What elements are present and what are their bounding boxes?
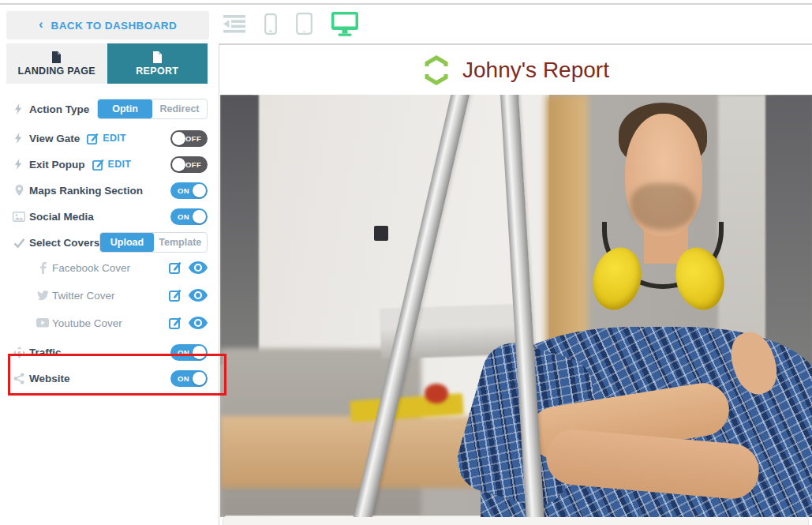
social-media-label: Social Media xyxy=(29,211,94,223)
report-preview-panel: Johny's Report xyxy=(219,43,812,525)
tab-landing-page[interactable]: LANDING PAGE xyxy=(6,43,107,84)
edit-pencil-icon xyxy=(92,159,104,171)
select-covers-label: Select Covers xyxy=(29,237,99,249)
back-to-dashboard-button[interactable]: ‹ BACK TO DASHBOARD xyxy=(6,11,209,39)
tab-landing-page-label: LANDING PAGE xyxy=(17,66,95,77)
toggle-knob xyxy=(193,346,206,359)
website-toggle[interactable]: ON xyxy=(170,370,208,387)
action-type-segment: Optin Redirect xyxy=(97,99,208,119)
toggle-knob xyxy=(172,132,185,145)
eye-visibility-icon[interactable] xyxy=(189,317,208,329)
mobile-preview-icon[interactable] xyxy=(264,13,277,35)
toggle-knob xyxy=(193,210,206,223)
row-maps-ranking: Maps Ranking Section ON xyxy=(0,179,219,201)
chevron-left-icon: ‹ xyxy=(39,17,43,32)
share-icon xyxy=(11,373,27,384)
tab-report-label: REPORT xyxy=(136,66,178,77)
edit-pencil-icon xyxy=(87,133,99,144)
toggle-state-label: OFF xyxy=(185,130,201,147)
website-label: Website xyxy=(29,373,70,384)
row-youtube-cover: Youtube Cover xyxy=(0,312,219,334)
toggle-state-label: OFF xyxy=(185,156,201,173)
row-view-gate: View Gate EDIT OFF xyxy=(0,127,219,149)
tablet-preview-icon[interactable] xyxy=(296,13,312,35)
row-select-covers: Select Covers Upload Template xyxy=(0,231,219,253)
edit-label: EDIT xyxy=(103,133,126,144)
exit-popup-label: Exit Popup xyxy=(29,159,85,171)
desktop-preview-icon[interactable] xyxy=(331,12,358,36)
maps-ranking-label: Maps Ranking Section xyxy=(29,185,143,197)
view-gate-toggle[interactable]: OFF xyxy=(170,130,208,147)
redirect-option[interactable]: Redirect xyxy=(152,99,207,118)
report-title: Johny's Report xyxy=(462,58,609,83)
back-button-label: BACK TO DASHBOARD xyxy=(51,20,178,32)
photo-dark-left-band xyxy=(220,95,259,365)
hero-photo xyxy=(220,95,812,517)
map-marker-icon xyxy=(11,184,27,197)
image-icon xyxy=(11,212,27,222)
photo-wall-outlet xyxy=(374,226,387,241)
bolt-icon xyxy=(11,159,27,170)
row-facebook-cover: Facebook Cover xyxy=(0,257,219,279)
traffic-crosshair-icon xyxy=(11,347,27,358)
row-website: Website ON xyxy=(0,367,219,389)
toggle-state-label: ON xyxy=(178,208,189,225)
hexagon-logo-icon xyxy=(422,54,451,86)
youtube-icon xyxy=(35,318,51,328)
row-social-media: Social Media ON xyxy=(0,205,219,227)
row-exit-popup: Exit Popup EDIT OFF xyxy=(0,153,219,175)
tab-report[interactable]: REPORT xyxy=(107,43,208,84)
action-type-label: Action Type xyxy=(29,103,89,115)
settings-sidebar: ‹ BACK TO DASHBOARD LANDING PAGE REPORT … xyxy=(0,5,219,525)
facebook-icon xyxy=(35,262,51,274)
traffic-label: Traffic xyxy=(29,347,62,358)
edit-cover-icon[interactable] xyxy=(169,317,181,329)
toggle-state-label: ON xyxy=(178,182,189,199)
row-twitter-cover: Twitter Cover xyxy=(0,284,219,306)
toggle-state-label: ON xyxy=(178,370,189,387)
device-preview-toolbar xyxy=(223,9,358,38)
edit-label: EDIT xyxy=(108,159,132,170)
twitter-icon xyxy=(35,291,51,301)
traffic-toggle[interactable]: ON xyxy=(170,344,208,361)
check-icon xyxy=(11,238,27,248)
exit-popup-edit-link[interactable]: EDIT xyxy=(92,159,132,171)
edit-cover-icon[interactable] xyxy=(169,261,181,274)
youtube-cover-label: Youtube Cover xyxy=(52,317,122,329)
upload-option[interactable]: Upload xyxy=(100,233,153,252)
maps-ranking-toggle[interactable]: ON xyxy=(170,182,208,199)
row-traffic: Traffic ON xyxy=(0,341,219,363)
photo-red-tool xyxy=(425,384,448,403)
view-gate-edit-link[interactable]: EDIT xyxy=(87,133,126,144)
optin-option[interactable]: Optin xyxy=(98,99,152,118)
toggle-knob xyxy=(193,184,206,197)
collapse-panel-icon[interactable] xyxy=(223,15,245,33)
exit-popup-toggle[interactable]: OFF xyxy=(170,156,208,173)
toggle-knob xyxy=(193,372,206,385)
document-icon xyxy=(152,51,163,63)
toggle-knob xyxy=(172,158,185,171)
view-gate-label: View Gate xyxy=(29,133,80,144)
document-icon xyxy=(51,51,62,63)
select-covers-segment: Upload Template xyxy=(99,232,208,253)
social-media-toggle[interactable]: ON xyxy=(170,208,208,225)
bolt-icon xyxy=(11,133,27,144)
photo-worker-beard xyxy=(631,183,696,230)
eye-visibility-icon[interactable] xyxy=(189,261,208,274)
row-action-type: Action Type Optin Redirect xyxy=(0,98,219,120)
editor-tabs: LANDING PAGE REPORT xyxy=(6,43,208,84)
eye-visibility-icon[interactable] xyxy=(189,289,208,302)
template-option[interactable]: Template xyxy=(154,233,207,252)
bolt-icon xyxy=(11,103,27,114)
twitter-cover-label: Twitter Cover xyxy=(52,290,115,302)
edit-cover-icon[interactable] xyxy=(169,289,181,302)
toggle-state-label: ON xyxy=(178,344,189,361)
facebook-cover-label: Facebook Cover xyxy=(52,262,130,274)
report-header: Johny's Report xyxy=(219,45,812,95)
